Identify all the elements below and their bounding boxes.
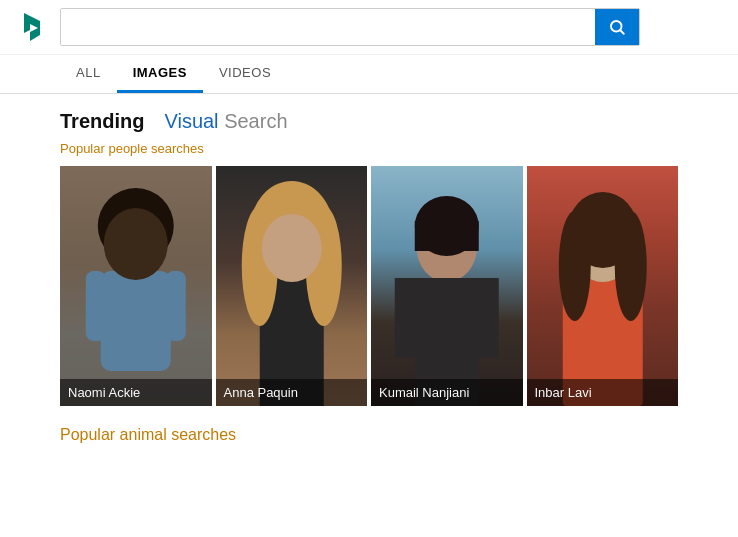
person-photo-inbar xyxy=(527,166,679,406)
silhouette-kumail xyxy=(371,166,523,406)
silhouette-anna xyxy=(216,166,368,406)
search-box xyxy=(60,8,640,46)
silhouette-naomi xyxy=(60,166,212,406)
nav-tabs: ALL IMAGES VIDEOS xyxy=(0,55,738,94)
svg-point-10 xyxy=(104,208,168,280)
tab-images[interactable]: IMAGES xyxy=(117,55,203,93)
person-caption-kumail: Kumail Nanjiani xyxy=(371,379,523,406)
person-card-anna[interactable]: Anna Paquin xyxy=(216,166,368,406)
tab-videos[interactable]: VIDEOS xyxy=(203,55,287,93)
svg-rect-7 xyxy=(86,271,106,341)
person-card-naomi[interactable]: Naomi Ackie xyxy=(60,166,212,406)
visual-word: Visual xyxy=(164,110,218,132)
svg-line-2 xyxy=(620,30,623,33)
person-photo-kumail xyxy=(371,166,523,406)
header xyxy=(0,0,738,55)
svg-point-29 xyxy=(558,211,590,321)
svg-marker-0 xyxy=(24,13,40,41)
image-grid: Naomi Ackie xyxy=(60,166,678,406)
person-photo-naomi xyxy=(60,166,212,406)
bing-logo xyxy=(16,11,48,43)
svg-rect-21 xyxy=(395,278,419,358)
svg-rect-22 xyxy=(475,278,499,358)
person-card-kumail[interactable]: Kumail Nanjiani xyxy=(371,166,523,406)
popular-people-label: Popular people searches xyxy=(60,141,678,156)
popular-animal-label[interactable]: Popular animal searches xyxy=(60,426,678,444)
trending-tab[interactable]: Trending xyxy=(60,110,144,133)
search-icon xyxy=(608,18,626,36)
svg-rect-8 xyxy=(166,271,186,341)
svg-point-17 xyxy=(261,214,321,282)
person-caption-naomi: Naomi Ackie xyxy=(60,379,212,406)
main-content: Trending Visual Search Popular people se… xyxy=(0,94,738,460)
person-photo-anna xyxy=(216,166,368,406)
person-caption-anna: Anna Paquin xyxy=(216,379,368,406)
silhouette-inbar xyxy=(527,166,679,406)
section-tabs: Trending Visual Search xyxy=(60,110,678,133)
svg-rect-6 xyxy=(101,271,171,371)
tab-all[interactable]: ALL xyxy=(60,55,117,93)
person-caption-inbar: Inbar Lavi xyxy=(527,379,679,406)
person-card-inbar[interactable]: Inbar Lavi xyxy=(527,166,679,406)
visual-search-tab[interactable]: Visual Search xyxy=(164,110,287,133)
search-button[interactable] xyxy=(595,9,639,45)
search-word: Search xyxy=(219,110,288,132)
search-input[interactable] xyxy=(61,9,595,45)
svg-rect-24 xyxy=(415,221,479,251)
svg-point-30 xyxy=(614,211,646,321)
